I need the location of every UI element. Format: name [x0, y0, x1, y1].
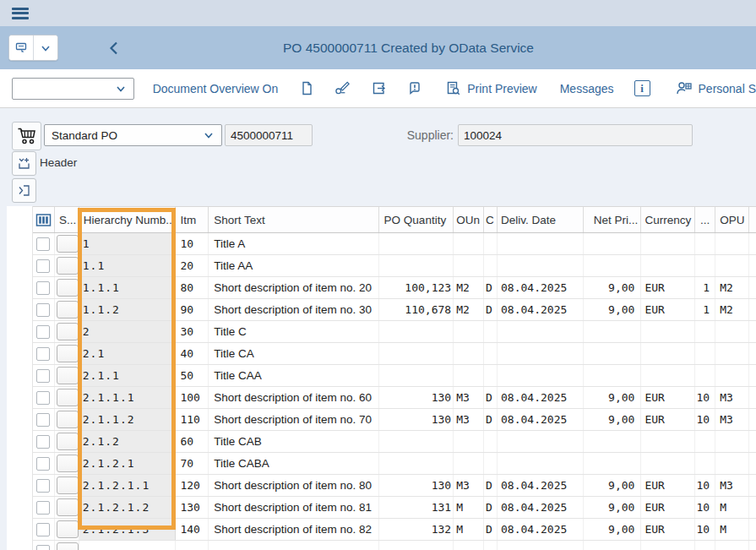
deliv-date-category-cell: D	[484, 497, 498, 518]
hierarchy-number-cell[interactable]: 2	[79, 321, 177, 342]
row-checkbox[interactable]	[36, 325, 50, 339]
column-header-status[interactable]: S...	[55, 207, 79, 232]
table-row: 2.140Title CA	[33, 343, 756, 365]
copy-button[interactable]	[298, 80, 314, 96]
column-header-c[interactable]: C	[484, 207, 498, 232]
net-price-cell	[584, 453, 642, 474]
column-header-hierarchy[interactable]: Hierarchy Numb...	[79, 207, 177, 232]
row-status-field[interactable]	[57, 235, 79, 253]
select-all-header[interactable]	[33, 207, 55, 232]
expand-header-button[interactable]	[12, 151, 36, 176]
hierarchy-number-cell[interactable]: 2.1.1.2	[79, 409, 177, 430]
row-status-field[interactable]	[57, 542, 79, 550]
menu-icon[interactable]	[12, 8, 29, 19]
row-status-field[interactable]	[57, 498, 79, 516]
hierarchy-number-cell[interactable]: 1.1.2	[79, 299, 177, 320]
row-status-field[interactable]	[57, 455, 79, 472]
row-checkbox[interactable]	[36, 479, 50, 493]
hierarchy-number-cell[interactable]: 2.1.1	[79, 365, 177, 386]
hierarchy-number-cell[interactable]: 2.1.2.1	[79, 453, 177, 474]
row-status-field[interactable]	[57, 476, 79, 494]
row-status-field[interactable]	[57, 433, 79, 450]
deliv-date-category-cell	[484, 343, 498, 364]
hierarchy-number-cell[interactable]: 1	[79, 233, 177, 254]
column-header-short-text[interactable]: Short Text	[209, 207, 379, 232]
hierarchy-number-cell[interactable]	[79, 541, 177, 550]
row-status-field[interactable]	[57, 323, 79, 340]
row-checkbox[interactable]	[36, 435, 50, 449]
row-status-field[interactable]	[57, 389, 79, 406]
expand-items-button[interactable]	[12, 178, 36, 203]
column-header-itm[interactable]: Itm	[176, 207, 209, 232]
display-change-button[interactable]	[334, 80, 351, 96]
info-button[interactable]: i	[634, 80, 650, 96]
item-number-cell: 130	[176, 497, 209, 518]
row-select-cell	[33, 387, 55, 408]
row-status-field[interactable]	[57, 367, 79, 384]
column-header-opu[interactable]: OPU	[715, 207, 749, 232]
order-price-unit-cell	[715, 541, 749, 550]
hierarchy-number-cell[interactable]: 2.1.2.1.1	[79, 475, 177, 496]
hierarchy-number-cell[interactable]: 1.1.1	[79, 277, 177, 298]
hierarchy-number-cell[interactable]: 1.1	[79, 255, 177, 276]
row-checkbox[interactable]	[36, 501, 50, 515]
row-checkbox[interactable]	[36, 523, 50, 536]
column-header-per[interactable]: ...	[695, 207, 715, 232]
row-status-field[interactable]	[57, 411, 79, 428]
hierarchy-number-cell[interactable]: 2.1.1.1	[79, 387, 177, 408]
currency-cell: EUR	[641, 299, 695, 320]
row-status-field[interactable]	[57, 301, 79, 319]
row-checkbox[interactable]	[36, 391, 50, 405]
alert-button[interactable]	[407, 80, 423, 96]
print-preview-button[interactable]: Print Preview	[445, 80, 536, 96]
messages-button[interactable]: Messages	[560, 82, 614, 95]
row-checkbox[interactable]	[36, 369, 50, 383]
row-checkbox[interactable]	[36, 281, 50, 295]
row-checkbox[interactable]	[36, 237, 50, 251]
deliv-date-category-cell: D	[484, 277, 498, 298]
personal-setting-button[interactable]: Personal S	[676, 80, 756, 96]
command-combobox[interactable]	[12, 78, 134, 100]
row-checkbox[interactable]	[36, 413, 50, 427]
net-price-cell	[584, 321, 642, 342]
hierarchy-number-cell[interactable]: 2.1.2.1.2	[79, 497, 177, 518]
row-checkbox[interactable]	[36, 545, 50, 550]
hierarchy-number-cell[interactable]: 2.1	[79, 343, 177, 364]
po-number-field[interactable]	[225, 124, 313, 146]
currency-cell	[641, 541, 695, 550]
short-text-cell: Title C	[209, 321, 379, 342]
application-toolbar: Document Overview On	[0, 69, 756, 108]
row-status-field[interactable]	[57, 345, 79, 362]
column-header-po-quantity[interactable]: PO Quantity	[379, 207, 454, 232]
row-checkbox[interactable]	[36, 347, 50, 361]
row-checkbox[interactable]	[36, 259, 50, 273]
display-other-document-button[interactable]	[371, 80, 387, 96]
row-status-field[interactable]	[57, 279, 79, 297]
order-price-unit-cell: M3	[715, 409, 749, 430]
currency-cell: EUR	[641, 475, 695, 496]
row-status-cell	[55, 453, 79, 474]
hierarchy-number-cell[interactable]: 2.1.2	[79, 431, 177, 452]
row-status-field[interactable]	[57, 520, 79, 538]
column-header-net-price[interactable]: Net Pri...	[584, 207, 642, 232]
net-price-cell: 9,00	[584, 299, 642, 320]
empty-cell	[749, 277, 756, 298]
hierarchy-number-cell[interactable]: 2.1.2.1.3	[79, 519, 177, 540]
net-price-cell: 9,00	[584, 475, 642, 496]
column-header-deliv-date[interactable]: Deliv. Date	[498, 207, 584, 232]
order-unit-cell	[454, 365, 484, 386]
shopping-cart-button[interactable]	[12, 122, 41, 150]
row-select-cell	[33, 541, 55, 550]
select-all-icon	[35, 213, 52, 227]
column-header-oun[interactable]: OUn	[454, 207, 484, 232]
row-status-field[interactable]	[57, 257, 79, 275]
per-cell	[695, 365, 715, 386]
supplier-field[interactable]	[458, 124, 693, 146]
document-overview-button[interactable]: Document Overview On	[153, 82, 279, 95]
row-status-cell	[55, 541, 79, 550]
column-header-currency[interactable]: Currency	[641, 207, 695, 232]
row-checkbox[interactable]	[36, 457, 50, 471]
items-table: S... Hierarchy Numb... Itm Short Text PO…	[32, 206, 756, 550]
row-checkbox[interactable]	[36, 303, 50, 317]
order-type-combobox[interactable]: Standard PO	[44, 124, 222, 146]
